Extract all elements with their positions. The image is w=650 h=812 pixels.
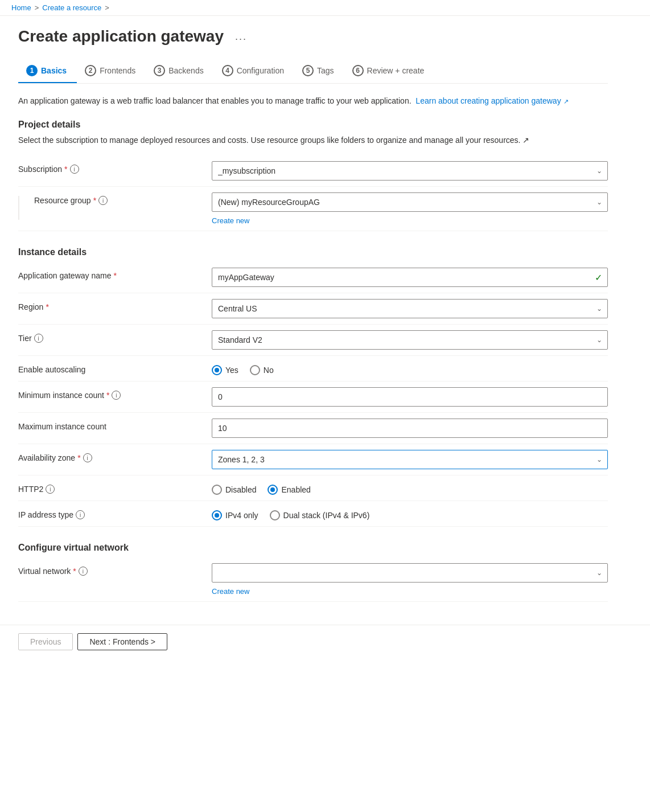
autoscaling-radio-group: Yes No xyxy=(212,362,608,375)
bottom-bar: Previous Next : Frontends > xyxy=(0,625,650,658)
subscription-required: * xyxy=(64,165,67,174)
ip-type-control-col: IPv4 only Dual stack (IPv4 & IPv6) xyxy=(212,507,608,520)
http2-control-col: Disabled Enabled xyxy=(212,481,608,495)
autoscaling-yes-circle xyxy=(212,365,222,375)
resource-group-row: Resource group * i (New) myResourceGroup… xyxy=(18,187,608,231)
next-button[interactable]: Next : Frontends > xyxy=(77,633,167,650)
tier-label-col: Tier i xyxy=(18,330,200,343)
instance-details-header: Instance details xyxy=(18,247,608,257)
create-new-rg-link[interactable]: Create new xyxy=(212,216,608,225)
page-title: Create application gateway xyxy=(18,27,224,46)
min-count-info-icon[interactable]: i xyxy=(112,391,121,400)
virtual-network-info-icon[interactable]: i xyxy=(79,567,88,576)
region-label-col: Region * xyxy=(18,299,200,311)
gateway-name-input[interactable] xyxy=(212,268,608,287)
virtual-network-header: Configure virtual network xyxy=(18,543,608,553)
virtual-network-select[interactable] xyxy=(212,563,608,583)
breadcrumb-create-resource[interactable]: Create a resource xyxy=(42,3,101,12)
subscription-control-col: _mysubscription ⌄ xyxy=(212,161,608,181)
tab-circle-5: 5 xyxy=(302,65,314,76)
tab-basics[interactable]: 1 Basics xyxy=(18,59,77,83)
learn-more-link[interactable]: Learn about creating application gateway… xyxy=(415,96,568,105)
tab-review-create[interactable]: 6 Review + create xyxy=(344,59,435,83)
resource-group-select-wrapper: (New) myResourceGroupAG ⌄ xyxy=(212,192,608,212)
autoscaling-no-radio[interactable]: No xyxy=(250,365,274,375)
gateway-name-control-col: ✓ xyxy=(212,268,608,287)
tier-control-col: Standard V2 ⌄ xyxy=(212,330,608,350)
subscription-label: Subscription * i xyxy=(18,165,200,174)
availability-zone-control-col: Zones 1, 2, 3 ⌄ xyxy=(212,450,608,469)
tab-tags[interactable]: 5 Tags xyxy=(294,59,344,83)
resource-group-select[interactable]: (New) myResourceGroupAG xyxy=(212,192,608,212)
virtual-network-required: * xyxy=(73,567,76,576)
ip-ipv4-label: IPv4 only xyxy=(225,511,258,520)
gateway-name-label-col: Application gateway name * xyxy=(18,268,200,280)
http2-enabled-inner xyxy=(270,487,275,492)
create-new-vnet-link[interactable]: Create new xyxy=(212,587,608,596)
max-count-input[interactable] xyxy=(212,419,608,438)
ip-type-row: IP address type i IPv4 only Dual stack (… xyxy=(18,501,608,527)
tab-configuration-label: Configuration xyxy=(237,66,284,75)
page-title-row: Create application gateway ... xyxy=(18,27,608,46)
tier-info-icon[interactable]: i xyxy=(34,334,43,343)
tab-backends[interactable]: 3 Backends xyxy=(146,59,213,83)
autoscaling-no-circle xyxy=(250,365,260,375)
min-count-input[interactable] xyxy=(212,387,608,407)
http2-disabled-label: Disabled xyxy=(225,485,256,494)
virtual-network-row: Virtual network * i ⌄ Create new xyxy=(18,557,608,602)
autoscaling-yes-radio[interactable]: Yes xyxy=(212,365,238,375)
tab-circle-4: 4 xyxy=(222,65,233,76)
top-bar: Home > Create a resource > xyxy=(0,0,650,16)
ip-dual-circle xyxy=(270,510,280,520)
previous-button[interactable]: Previous xyxy=(18,633,73,650)
region-required: * xyxy=(46,302,48,311)
tab-frontends-label: Frontends xyxy=(100,66,135,75)
tab-tags-label: Tags xyxy=(317,66,334,75)
ip-ipv4-circle xyxy=(212,510,222,520)
project-details-header: Project details xyxy=(18,120,608,130)
ellipsis-button[interactable]: ... xyxy=(231,30,252,44)
autoscaling-label-col: Enable autoscaling xyxy=(18,362,200,374)
autoscaling-yes-inner xyxy=(215,368,219,372)
external-link-icon-desc: ↗ xyxy=(523,136,529,145)
resource-group-info-icon[interactable]: i xyxy=(98,196,108,205)
region-row: Region * Central US ⌄ xyxy=(18,293,608,325)
ip-type-info-icon[interactable]: i xyxy=(76,510,85,519)
subscription-row: Subscription * i _mysubscription ⌄ xyxy=(18,155,608,187)
http2-info-icon[interactable]: i xyxy=(46,485,55,494)
tier-select[interactable]: Standard V2 xyxy=(212,330,608,350)
page-container: Create application gateway ... 1 Basics … xyxy=(0,16,626,613)
ip-ipv4-radio[interactable]: IPv4 only xyxy=(212,510,258,520)
http2-enabled-label: Enabled xyxy=(281,485,310,494)
tab-circle-6: 6 xyxy=(352,65,364,76)
http2-disabled-radio[interactable]: Disabled xyxy=(212,485,256,495)
region-label: Region * xyxy=(18,302,200,311)
info-description: An application gateway is a web traffic … xyxy=(18,95,608,107)
min-count-label-col: Minimum instance count * i xyxy=(18,387,200,400)
breadcrumb-home[interactable]: Home xyxy=(11,3,31,12)
tab-frontends[interactable]: 2 Frontends xyxy=(77,59,146,83)
virtual-network-label-col: Virtual network * i xyxy=(18,563,200,576)
http2-enabled-circle xyxy=(268,485,278,495)
region-select[interactable]: Central US xyxy=(212,299,608,318)
virtual-network-control-col: ⌄ Create new xyxy=(212,563,608,596)
min-count-row: Minimum instance count * i xyxy=(18,382,608,413)
autoscaling-no-label: No xyxy=(264,366,274,375)
ip-dual-label: Dual stack (IPv4 & IPv6) xyxy=(283,511,370,520)
availability-zone-select[interactable]: Zones 1, 2, 3 xyxy=(212,450,608,469)
resource-group-required: * xyxy=(93,196,96,205)
tab-configuration[interactable]: 4 Configuration xyxy=(214,59,294,83)
autoscaling-row: Enable autoscaling Yes No xyxy=(18,356,608,382)
subscription-label-col: Subscription * i xyxy=(18,161,200,174)
availability-zone-info-icon[interactable]: i xyxy=(83,453,92,462)
max-count-label-col: Maximum instance count xyxy=(18,419,200,431)
http2-enabled-radio[interactable]: Enabled xyxy=(268,485,310,495)
subscription-info-icon[interactable]: i xyxy=(70,165,79,174)
tier-select-wrapper: Standard V2 ⌄ xyxy=(212,330,608,350)
external-link-icon: ↗ xyxy=(563,98,569,105)
availability-zone-select-wrapper: Zones 1, 2, 3 ⌄ xyxy=(212,450,608,469)
http2-label: HTTP2 i xyxy=(18,485,200,494)
autoscaling-control-col: Yes No xyxy=(212,362,608,375)
ip-dual-radio[interactable]: Dual stack (IPv4 & IPv6) xyxy=(270,510,370,520)
subscription-select[interactable]: _mysubscription xyxy=(212,161,608,181)
